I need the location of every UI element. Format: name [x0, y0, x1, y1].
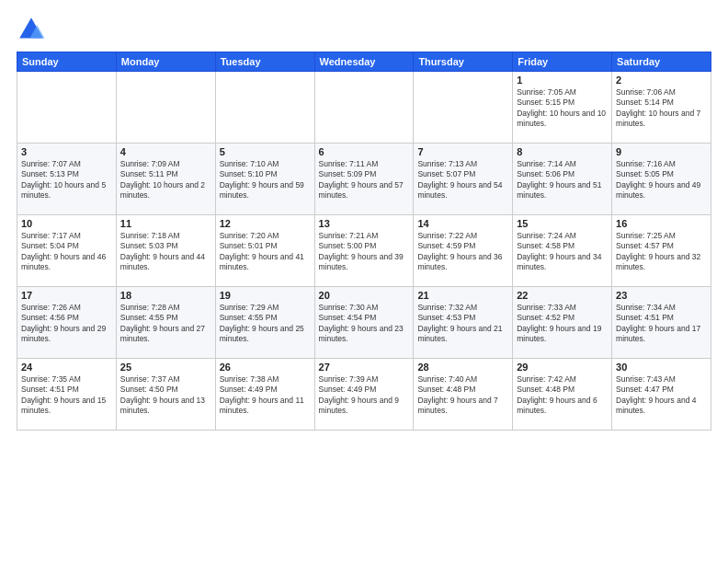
day-number: 6: [319, 146, 410, 157]
calendar-cell: [414, 72, 513, 144]
logo-icon: [17, 15, 46, 44]
calendar-cell: 4Sunrise: 7:09 AM Sunset: 5:11 PM Daylig…: [116, 144, 215, 215]
day-info: Sunrise: 7:13 AM Sunset: 5:07 PM Dayligh…: [417, 159, 508, 201]
day-number: 2: [616, 75, 707, 86]
day-info: Sunrise: 7:28 AM Sunset: 4:55 PM Dayligh…: [120, 303, 211, 345]
calendar-page: SundayMondayTuesdayWednesdayThursdayFrid…: [0, 0, 728, 563]
day-info: Sunrise: 7:06 AM Sunset: 5:14 PM Dayligh…: [616, 87, 707, 130]
day-number: 13: [319, 218, 410, 229]
day-number: 8: [517, 146, 608, 157]
calendar-cell: [215, 72, 314, 144]
day-info: Sunrise: 7:07 AM Sunset: 5:13 PM Dayligh…: [21, 159, 112, 201]
calendar-week-4: 17Sunrise: 7:26 AM Sunset: 4:56 PM Dayli…: [17, 287, 711, 359]
day-number: 24: [21, 362, 112, 373]
day-info: Sunrise: 7:38 AM Sunset: 4:49 PM Dayligh…: [220, 374, 311, 417]
column-header-thursday: Thursday: [414, 52, 513, 72]
day-info: Sunrise: 7:39 AM Sunset: 4:49 PM Dayligh…: [319, 374, 410, 417]
column-header-saturday: Saturday: [612, 52, 711, 72]
day-number: 27: [319, 362, 410, 373]
calendar-cell: 1Sunrise: 7:05 AM Sunset: 5:15 PM Daylig…: [513, 72, 612, 144]
day-info: Sunrise: 7:14 AM Sunset: 5:06 PM Dayligh…: [517, 159, 608, 201]
calendar-cell: 19Sunrise: 7:29 AM Sunset: 4:55 PM Dayli…: [215, 287, 314, 359]
day-number: 20: [319, 290, 410, 301]
logo-area: [17, 15, 50, 44]
day-info: Sunrise: 7:37 AM Sunset: 4:50 PM Dayligh…: [120, 374, 211, 417]
day-number: 23: [616, 290, 707, 301]
day-info: Sunrise: 7:25 AM Sunset: 4:57 PM Dayligh…: [616, 231, 707, 273]
calendar-cell: 25Sunrise: 7:37 AM Sunset: 4:50 PM Dayli…: [116, 359, 215, 431]
day-number: 15: [517, 218, 608, 229]
calendar-header-row: SundayMondayTuesdayWednesdayThursdayFrid…: [17, 52, 711, 72]
day-info: Sunrise: 7:29 AM Sunset: 4:55 PM Dayligh…: [220, 303, 311, 345]
calendar-cell: 2Sunrise: 7:06 AM Sunset: 5:14 PM Daylig…: [612, 72, 711, 144]
day-info: Sunrise: 7:10 AM Sunset: 5:10 PM Dayligh…: [220, 159, 311, 201]
day-number: 18: [120, 290, 211, 301]
calendar-table: SundayMondayTuesdayWednesdayThursdayFrid…: [17, 52, 711, 431]
column-header-sunday: Sunday: [17, 52, 117, 72]
calendar-cell: 17Sunrise: 7:26 AM Sunset: 4:56 PM Dayli…: [17, 287, 117, 359]
day-info: Sunrise: 7:35 AM Sunset: 4:51 PM Dayligh…: [21, 374, 112, 417]
column-header-friday: Friday: [513, 52, 612, 72]
calendar-cell: 5Sunrise: 7:10 AM Sunset: 5:10 PM Daylig…: [215, 144, 314, 215]
day-number: 17: [21, 290, 112, 301]
day-info: Sunrise: 7:05 AM Sunset: 5:15 PM Dayligh…: [517, 87, 608, 130]
calendar-cell: 16Sunrise: 7:25 AM Sunset: 4:57 PM Dayli…: [612, 215, 711, 287]
day-number: 12: [220, 218, 311, 229]
column-header-tuesday: Tuesday: [215, 52, 314, 72]
day-number: 10: [21, 218, 112, 229]
day-info: Sunrise: 7:43 AM Sunset: 4:47 PM Dayligh…: [616, 374, 707, 417]
day-number: 9: [616, 146, 707, 157]
day-info: Sunrise: 7:21 AM Sunset: 5:00 PM Dayligh…: [319, 231, 410, 273]
calendar-cell: 9Sunrise: 7:16 AM Sunset: 5:05 PM Daylig…: [612, 144, 711, 215]
day-number: 28: [417, 362, 508, 373]
calendar-cell: 11Sunrise: 7:18 AM Sunset: 5:03 PM Dayli…: [116, 215, 215, 287]
day-number: 4: [120, 146, 211, 157]
day-number: 25: [120, 362, 211, 373]
calendar-cell: 21Sunrise: 7:32 AM Sunset: 4:53 PM Dayli…: [414, 287, 513, 359]
calendar-cell: 27Sunrise: 7:39 AM Sunset: 4:49 PM Dayli…: [314, 359, 414, 431]
calendar-cell: 23Sunrise: 7:34 AM Sunset: 4:51 PM Dayli…: [612, 287, 711, 359]
day-number: 11: [120, 218, 211, 229]
calendar-cell: 7Sunrise: 7:13 AM Sunset: 5:07 PM Daylig…: [414, 144, 513, 215]
day-info: Sunrise: 7:30 AM Sunset: 4:54 PM Dayligh…: [319, 303, 410, 345]
day-number: 21: [417, 290, 508, 301]
calendar-cell: 24Sunrise: 7:35 AM Sunset: 4:51 PM Dayli…: [17, 359, 117, 431]
calendar-cell: 10Sunrise: 7:17 AM Sunset: 5:04 PM Dayli…: [17, 215, 117, 287]
day-info: Sunrise: 7:11 AM Sunset: 5:09 PM Dayligh…: [319, 159, 410, 201]
calendar-cell: 6Sunrise: 7:11 AM Sunset: 5:09 PM Daylig…: [314, 144, 414, 215]
day-info: Sunrise: 7:18 AM Sunset: 5:03 PM Dayligh…: [120, 231, 211, 273]
day-info: Sunrise: 7:16 AM Sunset: 5:05 PM Dayligh…: [616, 159, 707, 201]
calendar-cell: 3Sunrise: 7:07 AM Sunset: 5:13 PM Daylig…: [17, 144, 117, 215]
calendar-cell: 18Sunrise: 7:28 AM Sunset: 4:55 PM Dayli…: [116, 287, 215, 359]
day-info: Sunrise: 7:42 AM Sunset: 4:48 PM Dayligh…: [517, 374, 608, 417]
day-info: Sunrise: 7:17 AM Sunset: 5:04 PM Dayligh…: [21, 231, 112, 273]
day-number: 30: [616, 362, 707, 373]
day-info: Sunrise: 7:32 AM Sunset: 4:53 PM Dayligh…: [417, 303, 508, 345]
calendar-cell: 28Sunrise: 7:40 AM Sunset: 4:48 PM Dayli…: [414, 359, 513, 431]
day-info: Sunrise: 7:22 AM Sunset: 4:59 PM Dayligh…: [417, 231, 508, 273]
calendar-cell: 14Sunrise: 7:22 AM Sunset: 4:59 PM Dayli…: [414, 215, 513, 287]
day-number: 7: [417, 146, 508, 157]
day-number: 26: [220, 362, 311, 373]
day-info: Sunrise: 7:09 AM Sunset: 5:11 PM Dayligh…: [120, 159, 211, 201]
day-number: 1: [517, 75, 608, 86]
calendar-cell: [116, 72, 215, 144]
day-number: 22: [517, 290, 608, 301]
day-number: 3: [21, 146, 112, 157]
day-number: 19: [220, 290, 311, 301]
calendar-cell: [17, 72, 117, 144]
day-number: 16: [616, 218, 707, 229]
column-header-wednesday: Wednesday: [314, 52, 414, 72]
calendar-cell: 29Sunrise: 7:42 AM Sunset: 4:48 PM Dayli…: [513, 359, 612, 431]
day-info: Sunrise: 7:20 AM Sunset: 5:01 PM Dayligh…: [220, 231, 311, 273]
calendar-cell: 15Sunrise: 7:24 AM Sunset: 4:58 PM Dayli…: [513, 215, 612, 287]
day-info: Sunrise: 7:26 AM Sunset: 4:56 PM Dayligh…: [21, 303, 112, 345]
calendar-week-5: 24Sunrise: 7:35 AM Sunset: 4:51 PM Dayli…: [17, 359, 711, 431]
day-info: Sunrise: 7:34 AM Sunset: 4:51 PM Dayligh…: [616, 303, 707, 345]
calendar-cell: 12Sunrise: 7:20 AM Sunset: 5:01 PM Dayli…: [215, 215, 314, 287]
day-info: Sunrise: 7:40 AM Sunset: 4:48 PM Dayligh…: [417, 374, 508, 417]
calendar-week-2: 3Sunrise: 7:07 AM Sunset: 5:13 PM Daylig…: [17, 144, 711, 215]
column-header-monday: Monday: [116, 52, 215, 72]
day-info: Sunrise: 7:33 AM Sunset: 4:52 PM Dayligh…: [517, 303, 608, 345]
day-info: Sunrise: 7:24 AM Sunset: 4:58 PM Dayligh…: [517, 231, 608, 273]
